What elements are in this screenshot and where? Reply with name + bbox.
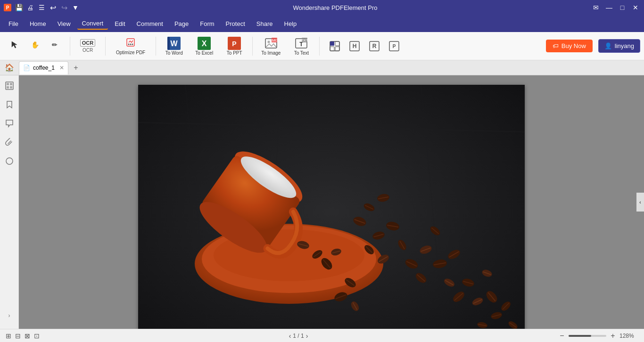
zoom-bar[interactable] <box>569 335 606 337</box>
svg-text:IMG: IMG <box>271 38 278 42</box>
to-ppt-btn[interactable]: P To PPT <box>220 34 248 58</box>
maximize-btn[interactable]: □ <box>618 3 627 12</box>
minimize-btn[interactable]: — <box>604 3 614 12</box>
redo-btn[interactable]: ↪ <box>60 4 68 11</box>
page-view-icon[interactable]: ⊞ <box>6 332 11 340</box>
add-tab-btn[interactable]: + <box>70 62 82 73</box>
svg-text:TXT: TXT <box>301 38 308 42</box>
to-word-btn[interactable]: W To Word <box>160 34 188 58</box>
svg-text:✋: ✋ <box>31 41 40 49</box>
buy-now-button[interactable]: 🏷 Buy Now <box>546 40 593 52</box>
menu-comment[interactable]: Comment <box>132 18 168 29</box>
edit-tool-btn[interactable]: ✏ <box>45 34 64 58</box>
rtool-4-btn[interactable]: P <box>385 34 404 58</box>
title-bar-left: P 💾 🖨 ☰ ↩ ↪ ▼ <box>4 4 79 11</box>
ocr-group: OCR OCR <box>74 34 101 58</box>
left-panel: › <box>0 75 19 329</box>
rtool-2-btn[interactable]: H <box>345 34 364 58</box>
ocr-btn[interactable]: OCR OCR <box>76 34 99 58</box>
file-tab-label: coffee_1 <box>33 65 55 71</box>
close-btn[interactable]: ✕ <box>631 3 640 12</box>
menu-convert[interactable]: Convert <box>77 18 108 30</box>
svg-text:P: P <box>393 44 396 49</box>
to-text-label: To Text <box>294 50 309 56</box>
rtool-1-icon <box>330 41 340 51</box>
ocr-icon: OCR <box>80 39 95 47</box>
page-indicator: ‹ 1 / 1 › <box>289 332 308 340</box>
save-icon[interactable]: 💾 <box>15 4 23 11</box>
menu-form[interactable]: Form <box>195 18 219 29</box>
optimize-icon <box>125 37 136 49</box>
menu-home[interactable]: Home <box>25 18 51 29</box>
buy-icon: 🏷 <box>553 42 559 49</box>
menu-protect[interactable]: Protect <box>221 18 250 29</box>
optimize-btn[interactable]: Optimize PDF <box>111 34 150 58</box>
file-tab[interactable]: 📄 coffee_1 ✕ <box>19 61 68 74</box>
panel-attach-icon[interactable] <box>3 136 16 149</box>
zoom-controls: − + 128% <box>557 331 638 341</box>
menu-view[interactable]: View <box>53 18 75 29</box>
dropdown-btn[interactable]: ▼ <box>72 4 79 11</box>
select-icon <box>11 41 19 51</box>
rtool-1-btn[interactable] <box>325 34 344 58</box>
next-page-btn[interactable]: › <box>306 332 308 340</box>
hand-icon: ✋ <box>31 41 39 51</box>
settings-icon[interactable]: ☰ <box>38 4 45 11</box>
to-excel-btn[interactable]: X To Excel <box>190 34 218 58</box>
select-tool-btn[interactable] <box>6 34 25 58</box>
ppt-icon: P <box>228 37 241 50</box>
rtool-3-icon: R <box>369 41 380 51</box>
edit-icon: ✏ <box>50 41 59 51</box>
hand-tool-btn[interactable]: ✋ <box>25 34 44 58</box>
mail-icon[interactable]: ✉ <box>591 3 601 12</box>
app-icon: P <box>4 4 11 11</box>
full-page-icon[interactable]: ⊡ <box>34 332 40 340</box>
user-button[interactable]: 👤 linyang <box>598 39 640 53</box>
svg-rect-39 <box>10 86 12 89</box>
zoom-in-btn[interactable]: + <box>608 331 618 341</box>
two-page-icon[interactable]: ⊠ <box>25 332 30 340</box>
text-convert-icon: T TXT <box>295 37 308 50</box>
panel-comment-icon[interactable] <box>3 117 16 130</box>
menu-file[interactable]: File <box>4 18 23 29</box>
to-text-btn[interactable]: T TXT To Text <box>287 34 315 58</box>
zoom-out-btn[interactable]: − <box>557 331 567 341</box>
svg-rect-11 <box>167 37 170 50</box>
word-icon: W <box>167 37 181 50</box>
svg-rect-37 <box>10 83 12 85</box>
svg-rect-28 <box>335 47 339 51</box>
home-tab-btn[interactable]: 🏠 <box>2 61 17 74</box>
user-icon: 👤 <box>604 42 612 49</box>
image-text-group: IMG To Image T TXT To Text <box>256 34 315 58</box>
tab-close-icon[interactable]: ✕ <box>59 65 64 71</box>
thumbnail-view-icon[interactable]: ⊟ <box>15 332 21 340</box>
svg-rect-25 <box>330 41 334 46</box>
prev-page-btn[interactable]: ‹ <box>289 332 291 340</box>
pdf-area[interactable]: ‹ <box>19 75 644 329</box>
menu-edit[interactable]: Edit <box>110 18 130 29</box>
menu-share[interactable]: Share <box>252 18 278 29</box>
print-icon[interactable]: 🖨 <box>26 4 34 11</box>
undo-btn[interactable]: ↩ <box>49 4 57 11</box>
ocr-label: OCR <box>83 48 93 53</box>
menu-page[interactable]: Page <box>170 18 193 29</box>
convert-group: W To Word X To Excel P To PPT <box>160 34 248 58</box>
rtool-2-icon: H <box>349 41 360 51</box>
rtool-4-icon: P <box>389 41 399 51</box>
svg-text:P: P <box>6 5 9 10</box>
excel-icon: X <box>198 37 211 50</box>
svg-rect-36 <box>7 83 9 85</box>
rtool-3-btn[interactable]: R <box>365 34 384 58</box>
panel-circle-icon[interactable] <box>3 155 16 168</box>
coffee-image <box>138 85 525 329</box>
svg-text:X: X <box>202 40 207 48</box>
left-panel-collapse[interactable]: › <box>6 310 13 321</box>
right-panel-collapse[interactable]: ‹ <box>636 193 644 212</box>
panel-bookmark-icon[interactable] <box>3 98 16 111</box>
svg-rect-27 <box>330 47 334 51</box>
image-icon: IMG <box>264 37 278 50</box>
panel-thumbnail-icon[interactable] <box>3 79 16 92</box>
menu-help[interactable]: Help <box>280 18 302 29</box>
to-image-btn[interactable]: IMG To Image <box>256 34 285 58</box>
username-label: linyang <box>615 42 634 49</box>
